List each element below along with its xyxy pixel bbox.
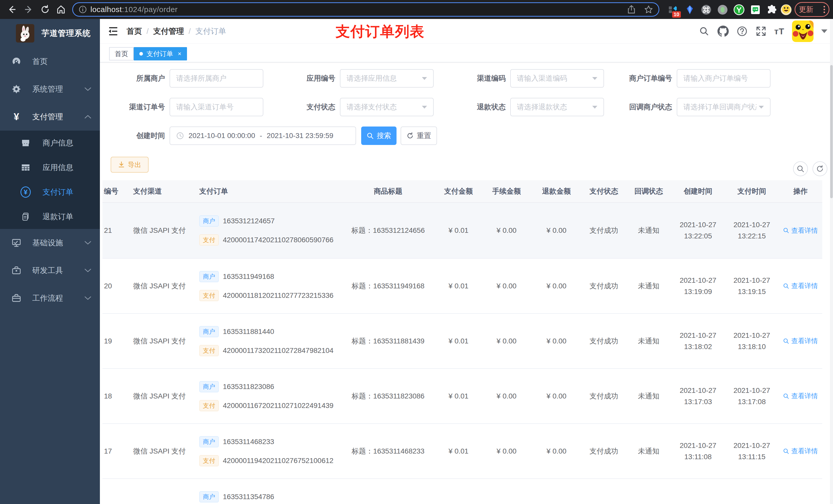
pay-date: 2021-10-27 — [733, 441, 770, 450]
breadcrumb-home[interactable]: 首页 — [126, 26, 142, 37]
merchant-order-no: 1635311881440 — [223, 328, 274, 336]
ext-puzzle-icon[interactable] — [765, 3, 778, 16]
sidebar-collapse-icon[interactable] — [108, 26, 119, 37]
toggle-search-button[interactable] — [793, 161, 808, 176]
scrollbar-thumb[interactable] — [830, 65, 833, 198]
app-logo[interactable]: 芋道管理系统 — [0, 19, 100, 48]
browser-menu-icon[interactable] — [824, 6, 825, 13]
merchant-order-no-input[interactable]: 请输入商户订单编号 — [677, 69, 770, 88]
ext-command-icon[interactable] — [700, 3, 713, 16]
update-label: 更新 — [799, 5, 813, 14]
placeholder: 请选择所属商户 — [176, 73, 257, 83]
table-row: 17 微信 JSAPI 支付 商户1635311468233 支付4200001… — [102, 424, 822, 479]
sidebar-item-app-info[interactable]: 应用信息 — [0, 155, 100, 180]
github-icon[interactable] — [717, 26, 729, 37]
view-detail-link[interactable]: 查看详情 — [783, 226, 818, 235]
search-icon[interactable] — [698, 26, 710, 37]
browser-back-icon[interactable] — [6, 3, 18, 16]
tab-label: 首页 — [115, 49, 128, 58]
browser-reload-icon[interactable] — [39, 3, 51, 16]
page-scrollbar[interactable] — [830, 19, 833, 504]
pay-order-no: 4200001173202110272847982104 — [223, 346, 334, 355]
sidebar-item-pay-order[interactable]: ¥ 支付订单 — [0, 180, 100, 205]
col-amount: 支付金额 — [435, 187, 481, 196]
placeholder: 请选择支付状态 — [347, 102, 420, 112]
export-button[interactable]: 导出 — [111, 157, 148, 173]
sidebar-item-label: 支付管理 — [32, 112, 63, 122]
help-icon[interactable] — [736, 26, 748, 37]
font-size-icon[interactable]: ᴛT — [774, 26, 784, 37]
pay-date: 2021-10-27 — [733, 331, 770, 340]
toolbox-icon — [11, 266, 22, 275]
search-button[interactable]: 搜索 — [361, 126, 397, 145]
cell-channel: 微信 JSAPI 支付 — [125, 225, 195, 235]
cell-fee: ¥ 0.00 — [481, 392, 531, 400]
sidebar-item-pay[interactable]: ¥ 支付管理 — [0, 103, 100, 130]
pay-status-select[interactable]: 请选择支付状态 — [340, 98, 434, 116]
col-actions: 操作 — [779, 187, 822, 196]
url-bar[interactable]: localhost:1024/pay/order — [72, 2, 659, 17]
sidebar-item-refund-order[interactable]: 退款订单 — [0, 205, 100, 229]
ext-chat-icon[interactable] — [749, 3, 762, 16]
cell-channel: 微信 JSAPI 支付 — [125, 447, 195, 456]
browser-forward-icon[interactable] — [23, 3, 35, 16]
refresh-button[interactable] — [812, 161, 827, 176]
ext-badge: 10 — [672, 11, 681, 18]
pay-order-no: 4200001181202110277723215336 — [223, 291, 334, 299]
reset-button[interactable]: 重置 — [401, 126, 437, 145]
avatar-caret-icon[interactable] — [821, 29, 827, 33]
channel-order-no-input[interactable]: 请输入渠道订单号 — [170, 98, 263, 116]
create-time-range-input[interactable]: 2021-10-01 00:00:00 - 2021-10-31 23:59:5… — [170, 126, 356, 145]
view-detail-link[interactable]: 查看详情 — [783, 337, 818, 345]
pay-time: 13:22:15 — [738, 232, 766, 240]
cell-fee: ¥ 0.00 — [481, 282, 531, 290]
sidebar-item-infra[interactable]: 基础设施 — [0, 229, 100, 257]
sidebar-item-workflow[interactable]: 工作流程 — [0, 284, 100, 312]
channel-code-select[interactable]: 请输入渠道编码 — [510, 69, 604, 88]
tab-pay-order[interactable]: 支付订单 × — [134, 47, 187, 61]
ext-grid-icon[interactable]: 10 — [666, 3, 679, 16]
pay-time: 13:19:15 — [738, 287, 766, 296]
ext-emoji-icon[interactable] — [780, 3, 792, 16]
merchant-tag: 商户 — [199, 436, 219, 448]
breadcrumb-current: 支付订单 — [195, 26, 226, 37]
browser-home-icon[interactable] — [55, 3, 67, 16]
fullscreen-icon[interactable] — [755, 26, 767, 37]
top-navbar: 首页 / 支付管理 / 支付订单 支付订单列表 ᴛT — [100, 19, 833, 44]
app-select[interactable]: 请选择应用信息 — [340, 69, 434, 88]
ext-record-icon[interactable] — [716, 3, 729, 16]
browser-update-button[interactable]: 更新 — [794, 2, 829, 17]
ext-balloon-icon[interactable] — [684, 3, 696, 16]
cell-notify: 未通知 — [626, 336, 671, 346]
tab-close-icon[interactable]: × — [178, 50, 181, 57]
sidebar-item-home[interactable]: 首页 — [0, 48, 100, 75]
site-info-icon[interactable] — [79, 5, 87, 14]
sidebar-item-label: 退款订单 — [43, 212, 73, 222]
cell-refund: ¥ 0.00 — [531, 447, 581, 455]
ext-green-v-icon[interactable] — [733, 3, 745, 16]
cell-notify: 未通知 — [626, 447, 671, 456]
placeholder: 请输入渠道编码 — [517, 73, 590, 83]
sidebar: 芋道管理系统 首页 系统管理 ¥ 支付管理 商户信息 — [0, 19, 100, 504]
user-avatar[interactable] — [792, 21, 813, 42]
sidebar-item-merchant-info[interactable]: 商户信息 — [0, 130, 100, 155]
sidebar-item-dev-tools[interactable]: 研发工具 — [0, 257, 100, 284]
bookmark-star-icon[interactable] — [644, 5, 653, 14]
export-button-label: 导出 — [128, 160, 141, 169]
table-row: 19 微信 JSAPI 支付 商户1635311881440 支付4200001… — [102, 314, 822, 369]
notify-status-select[interactable]: 请选择订单回调商户状态 — [677, 98, 770, 116]
sidebar-item-system[interactable]: 系统管理 — [0, 75, 100, 103]
pay-tag: 支付 — [199, 455, 219, 466]
breadcrumb-pay-mgmt[interactable]: 支付管理 — [153, 26, 184, 37]
view-detail-link[interactable]: 查看详情 — [783, 391, 818, 401]
cell-pay-order: 商户1635311354786 — [195, 491, 341, 504]
view-detail-link[interactable]: 查看详情 — [783, 447, 818, 456]
refund-status-select[interactable]: 请选择退款状态 — [510, 98, 604, 116]
tab-home[interactable]: 首页 — [109, 47, 134, 61]
col-create-time: 创建时间 — [671, 187, 725, 196]
cell-channel: 微信 JSAPI 支付 — [125, 391, 195, 401]
share-icon[interactable] — [627, 5, 636, 14]
view-detail-link[interactable]: 查看详情 — [783, 282, 818, 290]
merchant-select[interactable]: 请选择所属商户 — [170, 69, 263, 88]
view-detail-label: 查看详情 — [791, 226, 818, 235]
